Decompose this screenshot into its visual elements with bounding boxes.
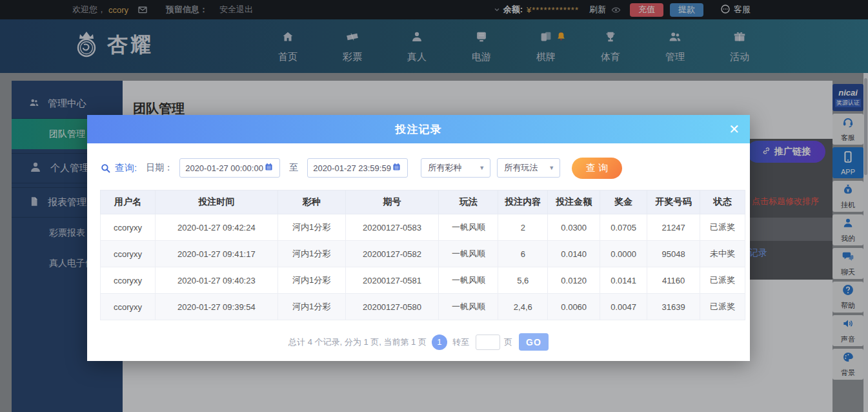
- table-cell: 0.0120: [548, 267, 600, 294]
- caret-down-icon: ▼: [479, 165, 485, 171]
- table-cell: 2020-01-27 09:41:17: [155, 241, 278, 267]
- calendar-icon[interactable]: [264, 162, 274, 174]
- screen: 欢迎您， ccory 预留信息： 安全退出 余额: ¥************ …: [0, 0, 868, 412]
- modal-body: 查询: 日期： 至 所有彩种 ▼ 所有玩法 ▼: [87, 158, 750, 361]
- table-cell: 21247: [647, 214, 700, 241]
- table-cell: ccoryxy: [101, 267, 156, 294]
- table-header-row: 用户名投注时间彩种期号玩法投注内容投注金额奖金开奖号码状态: [101, 191, 745, 214]
- lottery-select[interactable]: 所有彩种 ▼: [421, 158, 490, 178]
- column-header: 投注时间: [155, 191, 278, 214]
- table-cell: 河内1分彩: [278, 267, 345, 294]
- table-cell: 0.0140: [548, 241, 600, 267]
- search-icon: [100, 163, 111, 174]
- table-cell: 20200127-0582: [345, 241, 439, 267]
- page-unit-label: 页: [504, 336, 512, 348]
- goto-page-input[interactable]: [476, 335, 500, 350]
- table-cell: 95048: [647, 241, 700, 267]
- table-cell: 一帆风顺: [439, 267, 498, 294]
- table-row: ccoryxy2020-01-27 09:41:17河内1分彩20200127-…: [101, 241, 745, 267]
- column-header: 状态: [700, 191, 745, 214]
- query-button[interactable]: 查 询: [572, 158, 622, 179]
- column-header: 用户名: [101, 191, 156, 214]
- date-from-input[interactable]: [185, 163, 264, 173]
- column-header: 投注金额: [548, 191, 600, 214]
- table-cell: 0.0047: [600, 294, 647, 320]
- date-from-field: [179, 158, 280, 178]
- table-cell: 河内1分彩: [278, 214, 345, 241]
- table-cell: 31639: [647, 294, 700, 320]
- table-cell: 2020-01-27 09:42:24: [155, 214, 278, 241]
- date-to-field: [307, 158, 408, 178]
- go-button[interactable]: GO: [519, 333, 549, 351]
- bet-records-table: 用户名投注时间彩种期号玩法投注内容投注金额奖金开奖号码状态 ccoryxy202…: [100, 190, 745, 320]
- table-cell: ccoryxy: [101, 294, 156, 320]
- table-cell: 20200127-0580: [345, 294, 439, 320]
- pagination: 总计 4 个记录, 分为 1 页, 当前第 1 页 1 转至 页 GO: [100, 333, 737, 351]
- table-cell: 2: [498, 214, 548, 241]
- query-bar: 查询: 日期： 至 所有彩种 ▼ 所有玩法 ▼: [100, 158, 737, 178]
- table-cell: 0.0141: [600, 267, 647, 294]
- calendar-icon[interactable]: [392, 162, 401, 174]
- goto-label: 转至: [452, 336, 469, 348]
- table-cell: 20200127-0583: [345, 214, 439, 241]
- column-header: 期号: [345, 191, 439, 214]
- status-badge: 已派奖: [700, 294, 745, 320]
- bet-records-modal: 投注记录 ✕ 查询: 日期： 至 所有彩种 ▼: [87, 115, 750, 361]
- page-1-button[interactable]: 1: [432, 335, 447, 350]
- table-cell: 20200127-0581: [345, 267, 439, 294]
- table-cell: 2020-01-27 09:40:23: [155, 267, 278, 294]
- modal-header: 投注记录 ✕: [87, 115, 750, 143]
- table-cell: 41160: [647, 267, 700, 294]
- table-cell: 一帆风顺: [439, 214, 498, 241]
- modal-title: 投注记录: [396, 122, 442, 137]
- column-header: 彩种: [278, 191, 345, 214]
- table-cell: ccoryxy: [101, 241, 156, 267]
- status-badge: 未中奖: [700, 241, 745, 267]
- table-row: ccoryxy2020-01-27 09:39:54河内1分彩20200127-…: [101, 294, 745, 320]
- close-icon[interactable]: ✕: [729, 115, 740, 143]
- table-cell: 0.0000: [600, 241, 647, 267]
- table-cell: 2020-01-27 09:39:54: [155, 294, 278, 320]
- table-cell: 0.0060: [548, 294, 600, 320]
- to-label: 至: [289, 162, 298, 174]
- status-badge: 已派奖: [700, 214, 745, 241]
- play-select[interactable]: 所有玩法 ▼: [497, 158, 560, 178]
- column-header: 奖金: [600, 191, 647, 214]
- status-badge: 已派奖: [700, 267, 745, 294]
- column-header: 投注内容: [498, 191, 548, 214]
- pagination-summary: 总计 4 个记录, 分为 1 页, 当前第 1 页: [288, 336, 427, 348]
- table-cell: 0.0300: [548, 214, 600, 241]
- caret-down-icon: ▼: [549, 165, 554, 171]
- date-label: 日期：: [146, 162, 173, 174]
- table-cell: 一帆风顺: [439, 241, 498, 267]
- table-row: ccoryxy2020-01-27 09:40:23河内1分彩20200127-…: [101, 267, 745, 294]
- date-to-input[interactable]: [313, 163, 392, 173]
- table-cell: 0.0705: [600, 214, 647, 241]
- table-cell: 2,4,6: [498, 294, 548, 320]
- table-row: ccoryxy2020-01-27 09:42:24河内1分彩20200127-…: [101, 214, 745, 241]
- table-cell: 6: [498, 241, 548, 267]
- table-cell: 河内1分彩: [278, 241, 345, 267]
- table-cell: ccoryxy: [101, 214, 156, 241]
- table-cell: 一帆风顺: [439, 294, 498, 320]
- table-cell: 河内1分彩: [278, 294, 345, 320]
- query-label: 查询:: [115, 162, 137, 174]
- column-header: 开奖号码: [647, 191, 700, 214]
- table-cell: 5,6: [498, 267, 548, 294]
- column-header: 玩法: [439, 191, 498, 214]
